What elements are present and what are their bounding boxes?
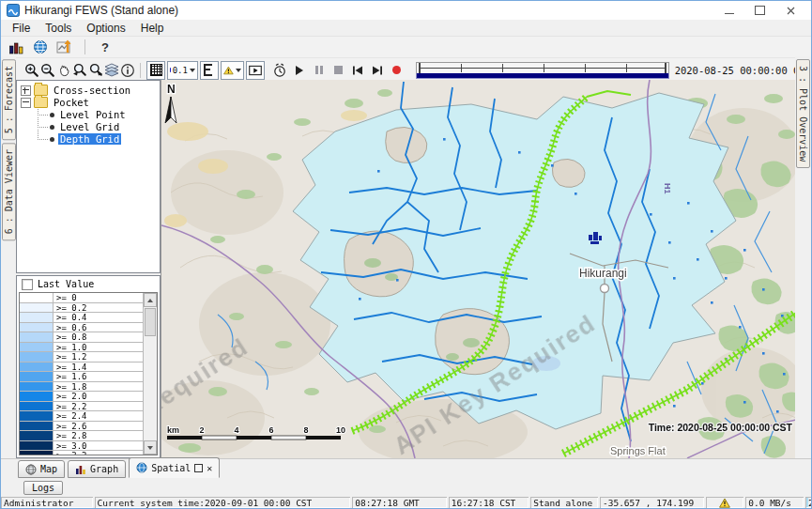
tab-spatial[interactable]: Spatial ✕ — [129, 457, 220, 478]
legend-row[interactable]: >= 3.2 — [20, 451, 143, 455]
animation-window-button[interactable] — [246, 61, 265, 80]
svg-text:N: N — [167, 83, 176, 96]
timeline-start-handle[interactable] — [419, 63, 421, 73]
legend-row[interactable]: >= 0.4 — [20, 313, 143, 323]
tab-map[interactable]: Map — [18, 460, 65, 478]
expand-icon[interactable] — [21, 85, 31, 96]
close-button[interactable] — [786, 6, 796, 16]
tree-node-depth-grid[interactable]: Depth Grid — [21, 133, 160, 145]
grid-display-button[interactable] — [146, 61, 165, 80]
play-button[interactable] — [291, 61, 309, 80]
help-button[interactable]: ? — [96, 40, 115, 54]
record-movie-button[interactable] — [388, 61, 406, 80]
left-panel: Cross-section Pocket Level Point Level G… — [16, 80, 161, 458]
layers-button[interactable] — [103, 61, 119, 80]
legend-row[interactable]: >= 0.8 — [20, 332, 143, 343]
menu-bar: File Tools Options Help — [1, 20, 811, 37]
legend-color-swatch — [20, 382, 54, 392]
arrow-up-icon — [147, 299, 153, 302]
legend-row[interactable]: >= 1.4 — [20, 362, 143, 373]
left-dock-strip: 5 : Forecast 6 : Data Viewer — [1, 56, 16, 497]
info-icon — [120, 63, 135, 78]
timeline-track[interactable] — [416, 62, 669, 73]
status-warning-cell[interactable] — [706, 497, 743, 508]
svg-text:km: km — [167, 425, 179, 435]
logs-button[interactable]: Logs — [23, 481, 63, 495]
legend-row[interactable]: >= 1.0 — [20, 343, 143, 353]
tree-node-pocket[interactable]: Pocket — [21, 97, 160, 108]
menu-file[interactable]: File — [5, 22, 38, 35]
legend-row[interactable]: >= 0.6 — [20, 323, 143, 333]
zoom-out-button[interactable] — [39, 61, 55, 80]
menu-options[interactable]: Options — [79, 22, 132, 35]
info-button[interactable] — [119, 61, 135, 80]
skip-to-start-button[interactable] — [349, 61, 367, 80]
menu-help[interactable]: Help — [133, 22, 172, 35]
legend-threshold-label: >= 2.8 — [54, 431, 143, 440]
legend-row[interactable]: >= 3.0 — [20, 441, 143, 452]
legend-row[interactable]: >= 2.6 — [20, 422, 143, 432]
tab-forecast[interactable]: 5 : Forecast — [2, 59, 16, 140]
collapse-icon[interactable] — [21, 98, 31, 108]
skip-end-icon — [372, 66, 383, 75]
legend-scrollbar[interactable] — [143, 293, 157, 455]
legend-threshold-label: >= 3.2 — [54, 451, 143, 455]
svg-text:2: 2 — [199, 425, 204, 435]
legend-color-swatch — [20, 422, 54, 431]
scroll-down-button[interactable] — [144, 440, 157, 455]
legend-row[interactable]: >= 2.8 — [20, 431, 143, 441]
status-bar: Administrator Current system time:2020-0… — [1, 497, 811, 508]
layers-tree: Cross-section Pocket Level Point Level G… — [16, 80, 161, 273]
legend-row[interactable]: >= 2.2 — [20, 402, 143, 412]
svg-text:4: 4 — [234, 425, 238, 435]
title-bar[interactable]: Hikurangi FEWS (Stand alone) — [1, 1, 811, 20]
legend-row[interactable]: >= 1.6 — [20, 372, 143, 382]
tab-plot-overview[interactable]: 3 : Plot Overview — [796, 59, 810, 168]
map-canvas[interactable]: API Key Required API Key Required Hikura… — [161, 80, 796, 458]
close-panel-icon[interactable]: ✕ — [207, 465, 212, 471]
town-label: Hikurangi — [579, 267, 627, 280]
warning-icon — [719, 498, 730, 508]
thresholds-dropdown[interactable] — [221, 61, 244, 80]
minimize-button[interactable] — [724, 6, 734, 16]
zoom-previous-button[interactable] — [71, 61, 87, 80]
timeline-end-handle[interactable] — [665, 63, 666, 73]
legend-color-swatch — [20, 372, 54, 381]
spatial-display-button[interactable] — [55, 38, 74, 56]
legend-row[interactable]: >= 0 — [20, 293, 143, 303]
legend-color-swatch — [20, 402, 54, 411]
maximize-panel-icon[interactable] — [194, 464, 203, 472]
legend-row[interactable]: >= 2.4 — [20, 411, 143, 422]
scroll-up-button[interactable] — [144, 293, 157, 307]
zoom-in-button[interactable] — [23, 61, 39, 80]
pan-button[interactable] — [55, 61, 71, 80]
stop-button[interactable] — [329, 61, 347, 80]
svg-text:10: 10 — [336, 425, 345, 435]
pause-button[interactable] — [310, 61, 328, 80]
logs-panel-button[interactable] — [7, 38, 25, 56]
animation-settings-button[interactable] — [271, 61, 289, 80]
legend-row[interactable]: >= 2.0 — [20, 392, 143, 402]
skip-to-end-button[interactable] — [369, 61, 387, 80]
tab-graph[interactable]: Graph — [68, 460, 126, 478]
legend-threshold-label: >= 1.8 — [54, 382, 143, 392]
bottom-tab-bar: Map Graph Spatial ✕ — [1, 458, 811, 478]
legend-threshold-label: >= 1.4 — [54, 362, 143, 372]
play-icon — [296, 66, 303, 75]
map-display-button[interactable] — [31, 38, 50, 56]
graph-bars-icon — [75, 464, 86, 475]
status-memory-gauge[interactable]: 2.5 GB — [805, 497, 811, 508]
maximize-button[interactable] — [755, 6, 765, 16]
timeline-slider[interactable] — [416, 62, 669, 79]
zoom-next-button[interactable] — [87, 61, 103, 80]
last-value-checkbox[interactable] — [22, 279, 33, 290]
status-system-time: Current system time:2020-09-01 00:00 CST — [95, 497, 351, 508]
classbreaks-dropdown[interactable]: 0.1 — [167, 61, 198, 80]
menu-tools[interactable]: Tools — [38, 22, 79, 35]
legend-row[interactable]: >= 1.8 — [20, 382, 143, 393]
vertical-profile-button[interactable] — [200, 61, 219, 80]
tab-data-viewer[interactable]: 6 : Data Viewer — [2, 143, 16, 240]
legend-row[interactable]: >= 1.2 — [20, 352, 143, 362]
legend-row[interactable]: >= 0.2 — [20, 303, 143, 314]
scrollbar-thumb[interactable] — [145, 308, 156, 336]
